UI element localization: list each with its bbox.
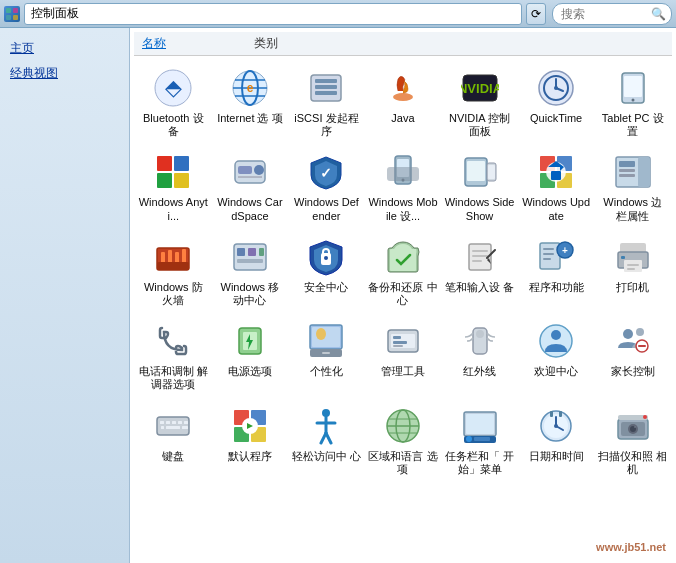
- icon-scanner[interactable]: 扫描仪和照 相机: [595, 400, 670, 482]
- svg-point-68: [324, 256, 328, 260]
- icon-personalize-label: 个性化: [310, 365, 343, 378]
- sidebar-item-home[interactable]: 主页: [0, 36, 129, 61]
- svg-point-102: [540, 325, 572, 357]
- icon-programs[interactable]: + 程序和功能: [519, 231, 594, 313]
- svg-rect-80: [543, 258, 551, 260]
- svg-rect-114: [161, 426, 164, 429]
- icon-taskbar[interactable]: 任务栏和「 开始」菜单: [442, 400, 517, 482]
- svg-rect-2: [6, 15, 11, 20]
- svg-point-141: [554, 424, 558, 428]
- svg-rect-70: [472, 250, 488, 252]
- svg-rect-109: [160, 421, 164, 424]
- icon-defprog-label: 默认程序: [228, 450, 272, 463]
- svg-point-105: [636, 328, 644, 336]
- svg-rect-1: [13, 8, 18, 13]
- content-area: 名称 类别 ⬘ Bluetooth 设备: [130, 28, 676, 563]
- svg-rect-94: [322, 352, 330, 354]
- icon-sideshow-label: Windows SideShow: [444, 196, 515, 222]
- search-input[interactable]: [561, 7, 651, 21]
- icon-firewall[interactable]: Windows 防 火墙: [136, 231, 211, 313]
- address-bar[interactable]: 控制面板: [24, 3, 522, 25]
- icon-winanytime-label: Windows Anyti...: [138, 196, 209, 222]
- icon-parental[interactable]: 家长控制: [595, 315, 670, 397]
- icon-infrared-label: 红外线: [463, 365, 496, 378]
- icon-mobcenter[interactable]: Windows 移 动中心: [213, 231, 288, 313]
- icon-defprog[interactable]: 默认程序: [213, 400, 288, 482]
- svg-rect-113: [184, 421, 188, 424]
- sidebar-item-classic[interactable]: 经典视图: [0, 61, 129, 86]
- icon-iscsi-label: iSCSI 发起程 序: [291, 112, 362, 138]
- svg-point-104: [623, 329, 633, 339]
- icon-access[interactable]: 轻松访问中 心: [289, 400, 364, 482]
- icon-cardspace[interactable]: Windows CardSpace: [213, 146, 288, 228]
- icon-power[interactable]: 电源选项: [213, 315, 288, 397]
- svg-rect-91: [312, 327, 340, 347]
- svg-rect-116: [182, 426, 188, 429]
- icon-iscsi[interactable]: iSCSI 发起程 序: [289, 62, 364, 144]
- icon-tablet[interactable]: Tablet PC 设 置: [595, 62, 670, 144]
- svg-rect-53: [619, 169, 635, 172]
- col-header-category[interactable]: 类别: [250, 34, 282, 53]
- icon-phone-label: 电话和调制 解调器选项: [138, 365, 209, 391]
- titlebar: 控制面板 ⟳ 🔍: [0, 0, 676, 28]
- icon-keyboard-label: 键盘: [162, 450, 184, 463]
- icon-winanytime[interactable]: Windows Anyti...: [136, 146, 211, 228]
- svg-rect-43: [488, 165, 495, 179]
- icon-scanner-label: 扫描仪和照 相机: [597, 450, 668, 476]
- svg-rect-115: [166, 426, 180, 429]
- svg-rect-78: [543, 248, 554, 250]
- icon-sideshow[interactable]: Windows SideShow: [442, 146, 517, 228]
- svg-rect-15: [315, 91, 337, 95]
- svg-rect-41: [467, 161, 485, 181]
- col-header-name[interactable]: 名称: [138, 34, 170, 53]
- svg-rect-14: [315, 85, 337, 89]
- icon-java[interactable]: Java: [366, 62, 441, 144]
- icon-defender[interactable]: ✓ Windows Defender: [289, 146, 364, 228]
- svg-rect-30: [174, 173, 189, 188]
- icon-quicktime[interactable]: QuickTime: [519, 62, 594, 144]
- svg-text:e: e: [247, 81, 254, 95]
- svg-rect-143: [559, 411, 562, 417]
- svg-rect-65: [237, 259, 263, 263]
- icon-bluetooth[interactable]: ⬘ Bluetooth 设备: [136, 62, 211, 144]
- icon-mobile[interactable]: Windows Mobile 设...: [366, 146, 441, 228]
- svg-text:⬘: ⬘: [165, 75, 182, 100]
- icon-printer[interactable]: 打印机: [595, 231, 670, 313]
- icon-security[interactable]: 安全中心: [289, 231, 364, 313]
- svg-rect-60: [157, 262, 189, 270]
- search-box[interactable]: 🔍: [552, 3, 672, 25]
- svg-rect-25: [624, 76, 642, 97]
- icon-personalize[interactable]: 个性化: [289, 315, 364, 397]
- icon-access-label: 轻松访问中 心: [292, 450, 361, 463]
- icon-nvidia[interactable]: NVIDIA NVIDIA 控制 面板: [442, 62, 517, 144]
- icon-region[interactable]: 区域和语言 选项: [366, 400, 441, 482]
- svg-rect-63: [248, 248, 256, 256]
- icon-keyboard[interactable]: 键盘: [136, 400, 211, 482]
- svg-rect-29: [157, 173, 172, 188]
- svg-rect-13: [315, 79, 337, 83]
- svg-rect-72: [472, 260, 482, 262]
- icon-programs-label: 程序和功能: [529, 281, 584, 294]
- icon-welcome[interactable]: 欢迎中心: [519, 315, 594, 397]
- icon-mobile-label: Windows Mobile 设...: [368, 196, 439, 222]
- svg-rect-99: [393, 345, 403, 347]
- icon-update-label: Windows Update: [521, 196, 592, 222]
- svg-rect-133: [466, 414, 494, 434]
- icon-backup[interactable]: 备份和还原 中心: [366, 231, 441, 313]
- refresh-button[interactable]: ⟳: [526, 3, 546, 25]
- icon-pen[interactable]: 笔和输入设 备: [442, 231, 517, 313]
- svg-rect-32: [238, 166, 252, 174]
- icon-datetime[interactable]: 日期和时间: [519, 400, 594, 482]
- icon-infrared[interactable]: 红外线: [442, 315, 517, 397]
- icon-nvidia-label: NVIDIA 控制 面板: [444, 112, 515, 138]
- icon-admin[interactable]: 管理工具: [366, 315, 441, 397]
- svg-rect-61: [234, 244, 266, 270]
- icon-update[interactable]: Windows Update: [519, 146, 594, 228]
- icon-ie[interactable]: e Internet 选 项: [213, 62, 288, 144]
- icon-sidebar[interactable]: Windows 边 栏属性: [595, 146, 670, 228]
- icon-phone[interactable]: 电话和调制 解调器选项: [136, 315, 211, 397]
- search-icon: 🔍: [651, 7, 666, 21]
- svg-point-101: [476, 330, 484, 338]
- icon-backup-label: 备份和还原 中心: [368, 281, 439, 307]
- path-text: 控制面板: [31, 5, 79, 22]
